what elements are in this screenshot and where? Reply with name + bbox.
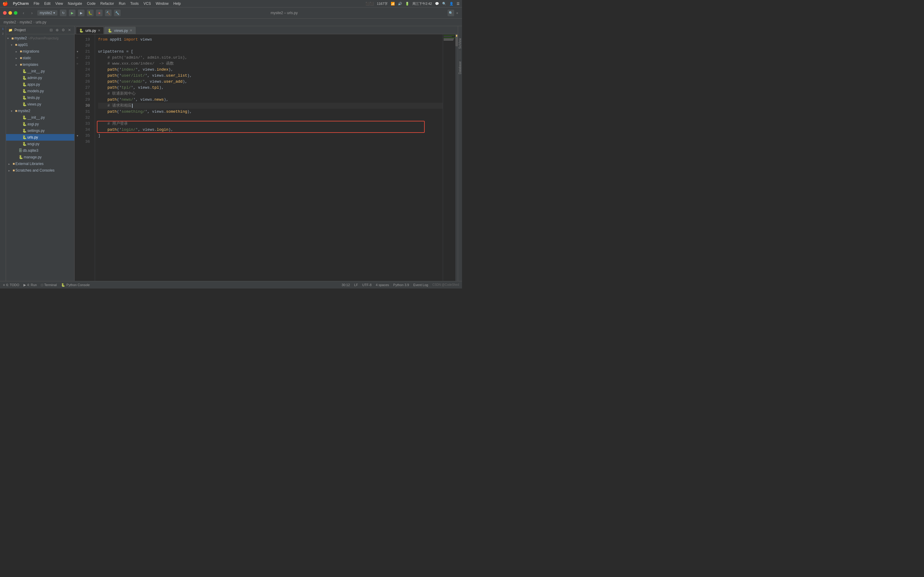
code-line-21[interactable]: urlpatterns = [ (98, 49, 443, 55)
tree-settings-py[interactable]: 🐍 settings.py (6, 127, 74, 134)
minimap[interactable] (443, 34, 458, 281)
search-menu-icon[interactable]: 🔍 (442, 2, 446, 6)
code-line-25[interactable]: path('user/list/', views.user_list), (98, 73, 443, 79)
tab-urls-py[interactable]: 🐍 urls.py ✕ (76, 27, 104, 34)
control-center-icon[interactable]: ☰ (457, 2, 460, 6)
tree-external-libs[interactable]: ▸ ■ External Libraries (6, 161, 74, 167)
stop-button[interactable]: ■ (96, 10, 103, 16)
close-button[interactable] (3, 11, 6, 15)
bp-circle-23[interactable]: ○ (76, 61, 78, 67)
menubar-pycharm[interactable]: PyCharm (13, 2, 29, 6)
tree-views-py[interactable]: 🐍 views.py (6, 101, 74, 108)
tree-templates[interactable]: ▸ ■ templates (6, 61, 74, 68)
code-line-27[interactable]: path('tpl/', views.tpl), (98, 85, 443, 91)
tab-views-py[interactable]: 🐍 views.py ✕ (104, 27, 136, 34)
status-terminal[interactable]: □ Terminal (41, 283, 57, 287)
encoding[interactable]: UTF-8 (362, 283, 372, 287)
tree-static[interactable]: ▸ ■ static (6, 55, 74, 61)
tree-mysite2-root[interactable]: ▾ ■ mysite2 ~/PycharmProjects/g (6, 35, 74, 42)
code-line-23[interactable]: # www.xxx.com/index/ -> 函数 (98, 61, 443, 67)
tree-urls-py[interactable]: 🐍 urls.py (6, 134, 74, 141)
fold-icon-35[interactable]: ▾ (77, 133, 78, 139)
code-line-34[interactable]: path('login/', views.login), (98, 127, 443, 133)
code-line-29[interactable]: path('news/', views.news), (98, 97, 443, 103)
tree-mysite2-inner[interactable]: ▾ ■ mysite2 (6, 108, 74, 114)
collapse-all-button[interactable]: ⊟ (49, 27, 53, 32)
apple-menu[interactable]: 🍎 (2, 1, 8, 6)
menubar-navigate[interactable]: Navigate (68, 2, 82, 6)
locate-button[interactable]: ⊕ (55, 27, 60, 32)
run-button[interactable]: ▶ (78, 10, 84, 16)
code-content[interactable]: from app01 import views urlpatterns = [ … (95, 34, 443, 281)
tree-scratches-consoles[interactable]: ▸ ■ Scratches and Consoles (6, 167, 74, 174)
scviewer-label[interactable]: SciView (459, 38, 462, 49)
forward-button[interactable]: › (29, 10, 35, 16)
project-dropdown[interactable]: mysite2 ▾ (37, 10, 57, 16)
menubar-vcs[interactable]: VCS (144, 2, 151, 6)
menubar-file[interactable]: File (34, 2, 39, 6)
line-separator[interactable]: LF (354, 283, 358, 287)
code-line-28[interactable]: # 联通新闻中心 (98, 91, 443, 97)
code-editor[interactable]: ▾ ○ ○ ▾ (74, 34, 458, 281)
tree-init-mysite2[interactable]: 🐍 __init__.py (6, 114, 74, 121)
fold-icon-21[interactable]: ▾ (77, 49, 78, 55)
add-tab-button[interactable]: ＋ (456, 11, 459, 16)
tree-db-sqlite3[interactable]: 🗄 db.sqlite3 (6, 147, 74, 154)
back-button[interactable]: ‹ (21, 10, 26, 16)
menubar-refactor[interactable]: Refactor (100, 2, 114, 6)
code-line-19[interactable]: from app01 import views (98, 37, 443, 43)
status-todo[interactable]: ≡ 6: TODO (3, 283, 19, 287)
tree-manage-py[interactable]: 🐍 manage.py (6, 154, 74, 161)
close-panel-button[interactable]: ✕ (67, 27, 72, 32)
status-python-console[interactable]: 🐍 Python Console (61, 283, 90, 287)
database-label[interactable]: Database (459, 61, 462, 74)
code-line-24[interactable]: path('index/', views.index), (98, 67, 443, 73)
breadcrumb-mysite2-root[interactable]: mysite2 (3, 20, 16, 24)
menubar-edit[interactable]: Edit (44, 2, 50, 6)
status-run[interactable]: ▶ 4: Run (23, 283, 37, 287)
tree-apps-py[interactable]: 🐍 apps.py (6, 81, 74, 88)
code-line-31[interactable]: path('something/', views.something), (98, 109, 443, 115)
tree-tests-py[interactable]: 🐍 tests.py (6, 94, 74, 101)
code-line-30[interactable]: # 请求和相应 (98, 103, 443, 109)
minimize-button[interactable] (8, 11, 12, 15)
tree-init-app01[interactable]: 🐍 __init__.py (6, 68, 74, 74)
code-line-36[interactable] (98, 139, 443, 145)
maximize-button[interactable] (14, 11, 18, 15)
menubar-code[interactable]: Code (87, 2, 96, 6)
menubar-window[interactable]: Window (156, 2, 169, 6)
wrench-button[interactable]: 🔧 (114, 10, 121, 16)
tree-admin-py[interactable]: 🐍 admin.py (6, 74, 74, 81)
menubar-help[interactable]: Help (173, 2, 181, 6)
breadcrumb-mysite2[interactable]: mysite2 (19, 20, 32, 24)
tree-asgi-py[interactable]: 🐍 asgi.py (6, 121, 74, 127)
tree-app01[interactable]: ▾ ■ app01 (6, 42, 74, 48)
code-line-20[interactable] (98, 43, 443, 49)
tab-close-views[interactable]: ✕ (130, 29, 132, 32)
sync-button[interactable]: ↻ (60, 10, 66, 16)
settings-panel-button[interactable]: ⚙ (61, 27, 66, 32)
menubar-view[interactable]: View (55, 2, 63, 6)
python-version[interactable]: Python 3.9 (393, 283, 409, 287)
breadcrumb-urls-py[interactable]: urls.py (36, 20, 46, 24)
run-green-button[interactable]: ▶ (69, 10, 76, 16)
tab-close-urls[interactable]: ✕ (98, 29, 100, 32)
search-everywhere-button[interactable]: 🔍 (447, 10, 454, 16)
event-log[interactable]: Event Log (413, 283, 428, 287)
menubar-tools[interactable]: Tools (130, 2, 139, 6)
tree-wsgi-py[interactable]: 🐍 wsgi.py (6, 141, 74, 147)
build-button[interactable]: 🔨 (105, 10, 111, 16)
code-line-22[interactable]: # path('admin/', admin.site.urls), (98, 55, 443, 61)
code-line-26[interactable]: path('user/add/', views.user_add), (98, 79, 443, 85)
indent-setting[interactable]: 4 spaces (376, 283, 389, 287)
code-line-32[interactable] (98, 115, 443, 121)
menubar-run[interactable]: Run (119, 2, 125, 6)
project-tab-indicator[interactable]: 1 (2, 27, 3, 31)
structure-tab-indicator[interactable]: 2 (2, 32, 3, 35)
code-line-35[interactable]: ] (98, 133, 443, 139)
tree-models-py[interactable]: 🐍 models.py (6, 88, 74, 94)
bp-circle-22[interactable]: ○ (76, 55, 78, 61)
code-line-33[interactable]: # 用户登录 (98, 121, 443, 127)
debug-button[interactable]: 🐛 (87, 10, 94, 16)
tree-migrations[interactable]: ▸ ■ migrations (6, 48, 74, 55)
